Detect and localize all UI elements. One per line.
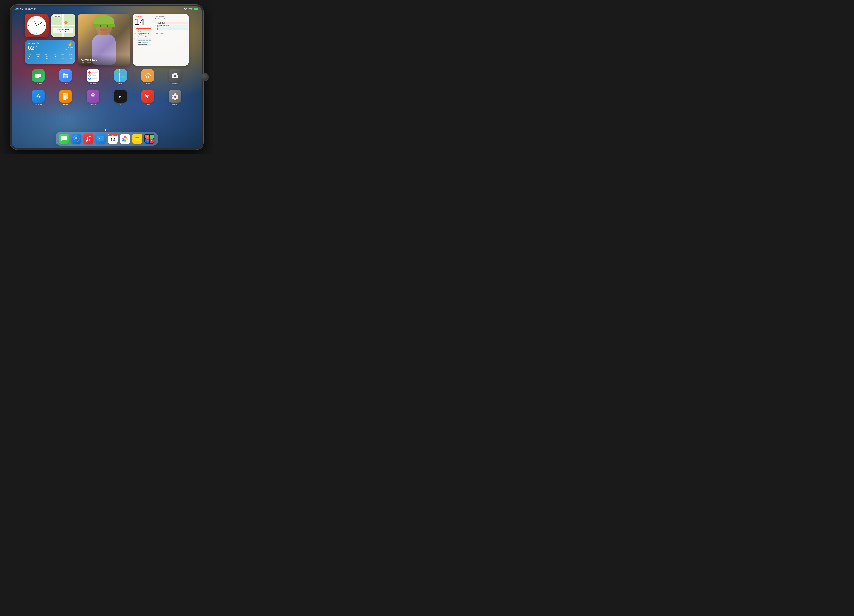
- dock-calendar[interactable]: TUE 14: [108, 134, 118, 144]
- settings-icon: [169, 90, 181, 102]
- maps-avatar: [65, 21, 67, 23]
- news-label: News: [145, 104, 150, 105]
- clock-widget[interactable]: 12 3 6 9: [24, 14, 49, 38]
- svg-rect-14: [147, 76, 148, 78]
- app-reminders[interactable]: Reminders: [84, 69, 102, 85]
- calendar-widget[interactable]: TUESDAY 14 9: [133, 14, 189, 66]
- cal-event-tennis: 2 Tennis with Fatima Alice Marble Tennis…: [134, 38, 151, 41]
- dock-messages[interactable]: [59, 134, 69, 144]
- page-dot-1[interactable]: [105, 130, 106, 131]
- photo-date: Sep 14, 2020: [81, 62, 127, 64]
- calendar-tomorrow-panel: TOMORROW Ashley's birthday 9: [153, 14, 189, 66]
- app-facetime[interactable]: FaceTime: [30, 69, 47, 85]
- camera-icon: [169, 69, 181, 82]
- cal-tmrw-9: 9: [155, 20, 188, 21]
- svg-rect-36: [98, 136, 104, 141]
- appstore-icon: [32, 90, 45, 102]
- app-settings[interactable]: Settings: [166, 90, 184, 105]
- status-time: 9:41 AM: [15, 8, 23, 10]
- svg-rect-8: [114, 74, 127, 75]
- reminder-row-2: [88, 75, 98, 77]
- weather-widget[interactable]: San Francisco 62° ☀️ Sunny H:70° L:55° 1…: [24, 40, 75, 64]
- reminders-icon: [87, 69, 99, 82]
- clock-center-dot: [36, 25, 37, 26]
- svg-rect-11: [121, 76, 125, 78]
- sc-cell-1: ⚡: [145, 135, 149, 139]
- photo-on-this-day-label: On This Day: [81, 59, 127, 62]
- app-files[interactable]: Files: [57, 69, 74, 85]
- cal-event-window-display: Window display: [134, 44, 151, 46]
- app-appstore[interactable]: App Store: [30, 90, 47, 105]
- reminder-check-3: [88, 78, 91, 80]
- svg-point-44: [124, 138, 126, 140]
- volume-up-button[interactable]: [8, 44, 9, 52]
- weather-hour-4: 1PM 🌤 68°: [53, 53, 56, 59]
- weather-hour-1: 10AM ⛅ 62°: [27, 53, 31, 59]
- reminder-row-3: [88, 78, 98, 80]
- weather-hour-3: 12PM 🌤 65°: [45, 53, 48, 59]
- books-label: Books: [63, 104, 68, 105]
- photo-eye-right: [107, 26, 108, 27]
- app-camera[interactable]: Camera: [166, 69, 184, 85]
- page-dot-2[interactable]: [107, 130, 109, 131]
- books-icon: [59, 90, 72, 102]
- apps-row-2: App Store Books: [24, 90, 189, 105]
- home-label: Home: [145, 83, 150, 85]
- photo-background: On This Day Sep 14, 2020: [78, 14, 130, 66]
- cal-tmrw-stockroom: 10 Stockroom audit 10 AM: [155, 24, 188, 27]
- app-books[interactable]: Books: [57, 90, 74, 105]
- weather-icon: ☀️: [65, 42, 73, 47]
- current-time-line: [137, 28, 151, 29]
- app-tv[interactable]:  TV TV: [112, 90, 129, 105]
- clock-number-12: 12: [36, 17, 38, 18]
- home-icon: [141, 69, 154, 82]
- widgets-area: 12 3 6 9: [24, 14, 189, 66]
- dock-safari[interactable]: [71, 134, 81, 144]
- weather-condition: ☀️ Sunny H:70° L:55°: [65, 42, 73, 50]
- app-home[interactable]: Home: [139, 69, 156, 85]
- left-widget-column: 12 3 6 9: [24, 14, 75, 66]
- files-icon: [59, 69, 72, 82]
- maps-widget[interactable]: 2 min ago Russian River Guerneville: [51, 14, 75, 38]
- dock-shortcuts[interactable]: ⚡ ♪ 🔎 ❤: [145, 134, 154, 144]
- clock-face: 12 3 6 9: [27, 16, 46, 35]
- photo-widget[interactable]: On This Day Sep 14, 2020: [78, 14, 130, 66]
- facetime-icon: [32, 69, 45, 82]
- svg-rect-6: [64, 77, 67, 78]
- svg-point-17: [175, 76, 175, 76]
- ipad-screen: 9:41 AM Tue Sep 14 100%: [12, 6, 202, 148]
- cal-tmrw-volleyball: Volleyball: [155, 22, 188, 24]
- clock-number-3: 3: [44, 24, 45, 26]
- reminder-row-1: [88, 72, 98, 74]
- dock-notes[interactable]: [132, 134, 142, 144]
- volume-down-button[interactable]: [8, 55, 9, 63]
- cal-event-pilates: 10 Pilates 10 AM: [134, 29, 151, 32]
- files-label: Files: [64, 83, 67, 85]
- svg-rect-10: [115, 70, 120, 73]
- dock-photos[interactable]: [120, 134, 130, 144]
- sc-cell-2: ♪: [149, 135, 154, 139]
- reminder-check-1: [88, 72, 91, 74]
- svg-point-30: [174, 96, 176, 98]
- app-maps[interactable]: Maps: [112, 69, 129, 85]
- app-podcasts[interactable]: Podcasts: [84, 90, 102, 105]
- dock-music[interactable]: [84, 134, 93, 144]
- maps-app-icon: [114, 69, 127, 82]
- maps-app-label: Maps: [118, 83, 123, 85]
- svg-point-18: [177, 74, 178, 75]
- tv-inner:  TV: [119, 90, 122, 102]
- shortcuts-grid: ⚡ ♪ 🔎 ❤: [145, 134, 154, 144]
- dock-mail[interactable]: [96, 134, 106, 144]
- app-news[interactable]: N News: [139, 90, 156, 105]
- svg-marker-35: [74, 137, 77, 140]
- cal-event-invoices: 11 Customer invoices 11:15 AM: [134, 32, 151, 35]
- apps-row-1: FaceTime Files: [24, 69, 189, 85]
- clock-number-9: 9: [28, 24, 29, 26]
- reminder-line-3: [92, 78, 97, 79]
- battery-icon: [194, 8, 198, 10]
- cal-event-travel: 30 min travel time: [134, 36, 151, 38]
- maps-pin: [64, 21, 67, 24]
- calendar-dock-header: TUE: [108, 134, 117, 136]
- calendar-tomorrow-header: TOMORROW: [155, 16, 188, 17]
- calendar-today-panel: TUESDAY 14 9: [133, 14, 153, 66]
